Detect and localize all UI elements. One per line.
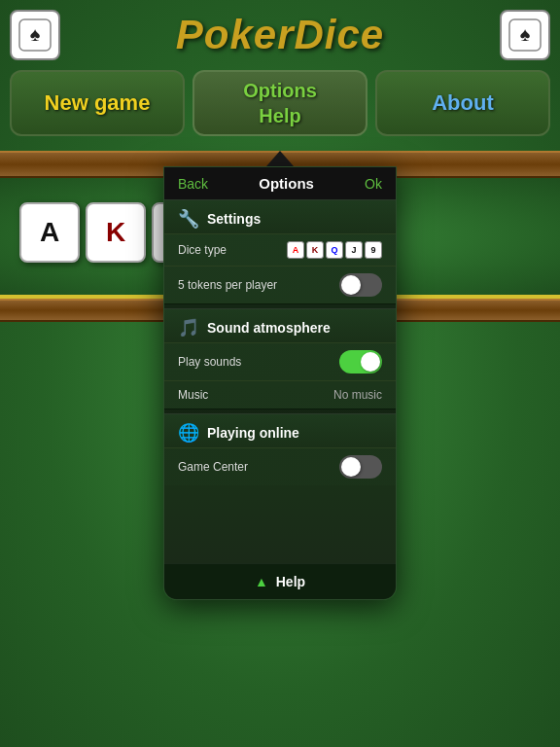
sound-icon: 🎵 xyxy=(178,317,199,338)
mini-die-1[interactable]: A xyxy=(287,241,304,259)
music-label: Music xyxy=(178,388,208,402)
ok-button[interactable]: Ok xyxy=(365,176,382,192)
tokens-label: 5 tokens per player xyxy=(178,278,277,292)
options-modal: Back Options Ok 🔧 Settings Dice type A K… xyxy=(163,166,397,600)
online-title: Playing online xyxy=(207,425,299,441)
mini-die-4[interactable]: J xyxy=(345,241,363,259)
tokens-row: 5 tokens per player xyxy=(164,266,396,303)
online-icon: 🌐 xyxy=(178,422,199,444)
settings-title: Settings xyxy=(207,211,261,227)
music-row: Music No music xyxy=(164,380,396,409)
sound-title: Sound atmosphere xyxy=(207,320,331,336)
music-value: No music xyxy=(333,388,382,402)
modal-arrow xyxy=(266,151,294,166)
settings-section-header: 🔧 Settings xyxy=(164,200,396,233)
online-section-header: 🌐 Playing online xyxy=(164,414,396,447)
mini-die-2[interactable]: K xyxy=(306,241,324,259)
dice-type-row: Dice type A K Q J 9 xyxy=(164,233,396,266)
modal-spacer xyxy=(164,485,396,563)
back-button[interactable]: Back xyxy=(178,176,208,192)
game-center-toggle[interactable] xyxy=(339,455,382,479)
dice-selector[interactable]: A K Q J 9 xyxy=(287,241,382,259)
settings-icon: 🔧 xyxy=(178,208,199,230)
play-sounds-toggle[interactable] xyxy=(339,350,382,374)
footer-help-label: Help xyxy=(276,574,305,589)
modal-content: 🔧 Settings Dice type A K Q J 9 5 tokens … xyxy=(164,200,396,563)
play-sounds-toggle-knob xyxy=(361,352,380,372)
game-center-toggle-knob xyxy=(341,457,361,477)
footer-arrow-icon: ▲ xyxy=(255,574,268,589)
game-center-row: Game Center xyxy=(164,447,396,485)
sound-section-header: 🎵 Sound atmosphere xyxy=(164,309,396,342)
modal-overlay: Back Options Ok 🔧 Settings Dice type A K… xyxy=(0,0,560,747)
mini-die-5[interactable]: 9 xyxy=(365,241,382,259)
tokens-toggle[interactable] xyxy=(339,273,382,297)
dice-type-label: Dice type xyxy=(178,243,227,257)
tokens-toggle-knob xyxy=(341,275,361,295)
mini-die-3[interactable]: Q xyxy=(326,241,343,259)
modal-title: Options xyxy=(259,175,314,192)
modal-header: Back Options Ok xyxy=(164,167,396,200)
game-center-label: Game Center xyxy=(178,460,248,474)
play-sounds-row: Play sounds xyxy=(164,342,396,380)
play-sounds-label: Play sounds xyxy=(178,355,241,369)
modal-footer[interactable]: ▲ Help xyxy=(164,563,396,599)
